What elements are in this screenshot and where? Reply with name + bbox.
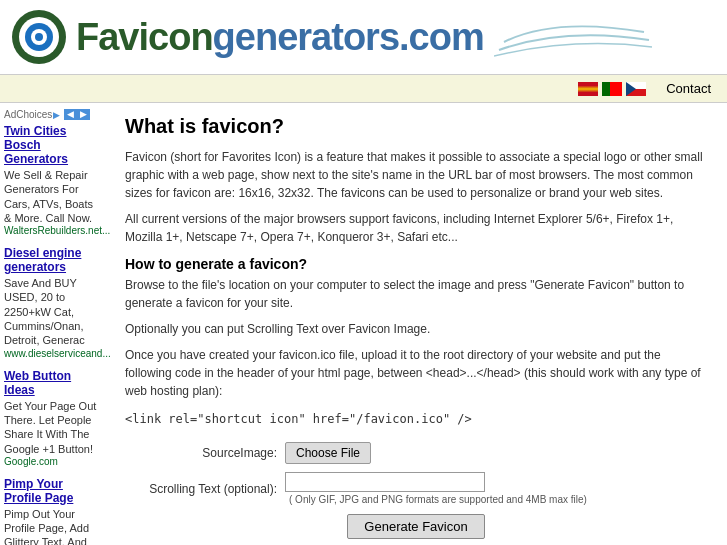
source-image-row: SourceImage: Choose File bbox=[125, 442, 707, 464]
flag-czech[interactable] bbox=[626, 82, 646, 96]
code-block: <link rel="shortcut icon" href="/favicon… bbox=[125, 410, 707, 428]
nav-prev-btn[interactable]: ◀ bbox=[64, 109, 77, 120]
sidebar-ad-0-title[interactable]: Twin Cities Bosch Generators bbox=[4, 124, 101, 166]
sidebar-ad-1-text: Save And BUY USED, 20 to 2250+kW Cat, Cu… bbox=[4, 277, 85, 346]
sidebar-ad-2-title[interactable]: Web Button Ideas bbox=[4, 369, 101, 397]
sidebar-ad-3: Pimp Your Profile Page Pimp Out Your Pro… bbox=[4, 477, 101, 545]
generate-btn-row: Generate Favicon bbox=[125, 514, 707, 539]
adchoices-label: AdChoices bbox=[4, 109, 52, 120]
content-area: What is favicon? Favicon (short for Favo… bbox=[105, 103, 727, 545]
header: Favicongenerators.com bbox=[0, 0, 727, 75]
sidebar-ad-3-title[interactable]: Pimp Your Profile Page bbox=[4, 477, 101, 505]
sidebar-ad-3-text: Pimp Out Your Profile Page, Add Glittery… bbox=[4, 508, 89, 545]
adchoices-icon: ▶ bbox=[53, 110, 60, 120]
sidebar: AdChoices ▶ ◀ ▶ Twin Cities Bosch Genera… bbox=[0, 103, 105, 545]
contact-link[interactable]: Contact bbox=[666, 81, 711, 96]
sidebar-ad-1-title[interactable]: Diesel engine generators bbox=[4, 246, 101, 274]
sidebar-ad-2-text: Get Your Page Out There. Let People Shar… bbox=[4, 400, 96, 455]
paragraph-2: All current versions of the major browse… bbox=[125, 210, 707, 246]
scrolling-text-input[interactable] bbox=[285, 472, 485, 492]
how-para-1: Browse to the file's location on your co… bbox=[125, 276, 707, 312]
decorative-swish bbox=[494, 12, 654, 62]
flag-spain[interactable] bbox=[578, 82, 598, 96]
choose-file-button[interactable]: Choose File bbox=[285, 442, 371, 464]
how-para-2: Optionally you can put Scrolling Text ov… bbox=[125, 320, 707, 338]
sidebar-ad-0: Twin Cities Bosch Generators We Sell & R… bbox=[4, 124, 101, 236]
svg-point-4 bbox=[35, 33, 43, 41]
paragraph-1: Favicon (short for Favorites Icon) is a … bbox=[125, 148, 707, 202]
nav-next-btn[interactable]: ▶ bbox=[77, 109, 90, 120]
file-input-area: Choose File bbox=[285, 442, 707, 464]
generate-favicon-button[interactable]: Generate Favicon bbox=[347, 514, 484, 539]
scrolling-text-label: Scrolling Text (optional): bbox=[125, 482, 285, 496]
scrolling-text-row: Scrolling Text (optional): ( Only GIF, J… bbox=[125, 472, 707, 506]
logo-text-area: Favicongenerators.com bbox=[76, 12, 717, 62]
favicon-form: SourceImage: Choose File Scrolling Text … bbox=[125, 442, 707, 539]
navbar: Contact bbox=[0, 75, 727, 103]
how-heading: How to generate a favicon? bbox=[125, 256, 707, 272]
adchoices-bar: AdChoices ▶ ◀ ▶ bbox=[4, 109, 101, 120]
nav-arrows: ◀ ▶ bbox=[64, 109, 90, 120]
file-hint: ( Only GIF, JPG and PNG formats are supp… bbox=[289, 494, 587, 505]
language-flags bbox=[578, 82, 646, 96]
scrolling-text-area: ( Only GIF, JPG and PNG formats are supp… bbox=[285, 472, 707, 506]
source-image-label: SourceImage: bbox=[125, 446, 285, 460]
how-para-3: Once you have created your favicon.ico f… bbox=[125, 346, 707, 400]
sidebar-ad-2: Web Button Ideas Get Your Page Out There… bbox=[4, 369, 101, 467]
sidebar-ad-0-url: WaltersRebuilders.net... bbox=[4, 225, 101, 236]
sidebar-ad-1-url: www.dieselserviceand... bbox=[4, 348, 101, 359]
page-heading: What is favicon? bbox=[125, 115, 707, 138]
logo-title: Favicongenerators.com bbox=[76, 16, 484, 59]
sidebar-ad-1: Diesel engine generators Save And BUY US… bbox=[4, 246, 101, 358]
sidebar-ad-0-text: We Sell & Repair Generators For Cars, AT… bbox=[4, 169, 93, 224]
flag-portugal[interactable] bbox=[602, 82, 622, 96]
main-layout: AdChoices ▶ ◀ ▶ Twin Cities Bosch Genera… bbox=[0, 103, 727, 545]
logo-icon bbox=[10, 8, 68, 66]
sidebar-ad-2-url: Google.com bbox=[4, 456, 101, 467]
